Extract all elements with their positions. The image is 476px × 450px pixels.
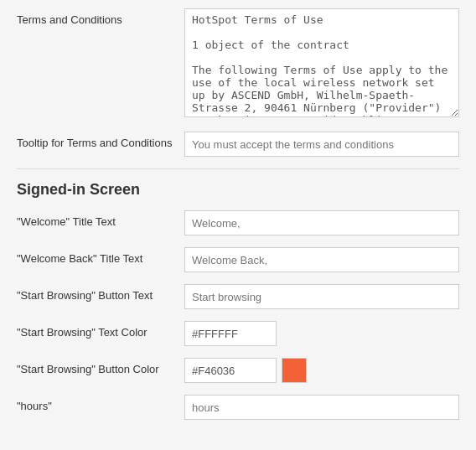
color-row-text bbox=[184, 321, 459, 346]
tooltip-row: Tooltip for Terms and Conditions bbox=[17, 132, 459, 157]
start-browsing-color-label: "Start Browsing" Text Color bbox=[17, 321, 184, 339]
color-row-btn bbox=[184, 358, 459, 383]
welcome-title-row: "Welcome" Title Text bbox=[17, 210, 459, 235]
section-divider bbox=[17, 168, 459, 169]
tooltip-input[interactable] bbox=[184, 132, 459, 157]
hours-control bbox=[184, 395, 459, 420]
welcome-back-input[interactable] bbox=[184, 247, 459, 272]
start-browsing-text-control bbox=[184, 284, 459, 309]
welcome-title-input[interactable] bbox=[184, 210, 459, 235]
welcome-back-label: "Welcome Back" Title Text bbox=[17, 247, 184, 265]
hours-input[interactable] bbox=[184, 395, 459, 420]
start-browsing-btn-control bbox=[184, 358, 459, 383]
start-browsing-color-input[interactable] bbox=[184, 321, 277, 346]
start-browsing-color-row: "Start Browsing" Text Color bbox=[17, 321, 459, 346]
tooltip-label: Tooltip for Terms and Conditions bbox=[17, 132, 184, 149]
start-browsing-text-label: "Start Browsing" Button Text bbox=[17, 284, 184, 302]
welcome-back-control bbox=[184, 247, 459, 272]
terms-control bbox=[184, 8, 459, 120]
start-browsing-btn-row: "Start Browsing" Button Color bbox=[17, 358, 459, 383]
terms-row: Terms and Conditions bbox=[17, 8, 459, 120]
section-title: Signed-in Screen bbox=[17, 181, 459, 199]
page-container: Terms and Conditions Tooltip for Terms a… bbox=[0, 0, 476, 440]
terms-textarea[interactable] bbox=[184, 8, 459, 117]
tooltip-control bbox=[184, 132, 459, 157]
welcome-title-label: "Welcome" Title Text bbox=[17, 210, 184, 228]
welcome-title-control bbox=[184, 210, 459, 235]
start-browsing-color-control bbox=[184, 321, 459, 346]
welcome-back-row: "Welcome Back" Title Text bbox=[17, 247, 459, 272]
start-browsing-btn-input[interactable] bbox=[184, 358, 277, 383]
terms-label: Terms and Conditions bbox=[17, 8, 184, 26]
start-browsing-btn-label: "Start Browsing" Button Color bbox=[17, 358, 184, 375]
hours-row: "hours" bbox=[17, 395, 459, 420]
start-browsing-text-input[interactable] bbox=[184, 284, 459, 309]
hours-label: "hours" bbox=[17, 395, 184, 412]
start-browsing-btn-swatch[interactable] bbox=[282, 358, 307, 383]
start-browsing-text-row: "Start Browsing" Button Text bbox=[17, 284, 459, 309]
